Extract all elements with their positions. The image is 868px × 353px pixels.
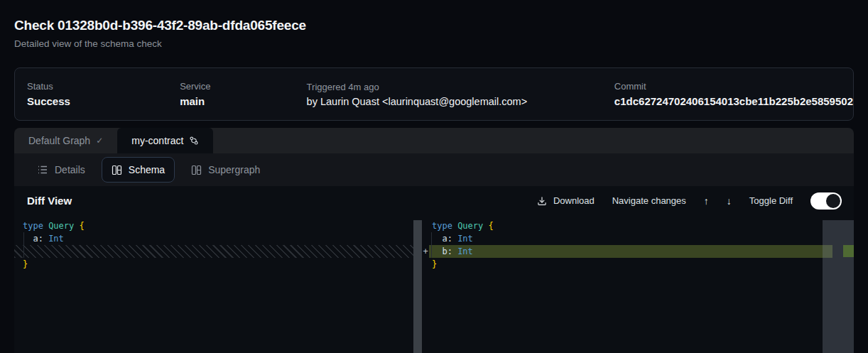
- summary-status: Status Success: [27, 81, 180, 107]
- left-pane-scrollbar[interactable]: [413, 220, 422, 353]
- code-line: a: Int: [23, 232, 64, 245]
- commit-label: Commit: [614, 81, 853, 92]
- right-pane-scrollbar[interactable]: [823, 220, 854, 353]
- download-label: Download: [553, 195, 595, 206]
- columns-icon: [191, 165, 202, 175]
- git-compare-icon: [189, 136, 199, 146]
- tab-details-label: Details: [55, 164, 85, 175]
- toggle-diff-switch[interactable]: [810, 192, 842, 210]
- code-line-added: b: Int: [432, 245, 473, 258]
- tab-my-contract-label: my-contract: [131, 135, 183, 146]
- service-label: Service: [180, 81, 306, 92]
- tab-supergraph-label: Supergraph: [208, 164, 260, 175]
- service-value: main: [180, 95, 306, 107]
- added-line-highlight: [429, 245, 832, 258]
- view-tab-bar: Details Schema Supergraph: [14, 153, 854, 186]
- code-line: a: Int: [432, 232, 473, 245]
- overview-ruler-addition-marker: [843, 245, 854, 257]
- toggle-diff-label: Toggle Diff: [749, 195, 793, 206]
- previous-change-button[interactable]: ↑: [704, 196, 709, 206]
- schema-diff-editor[interactable]: type Query { a: Int } + type Query { a: …: [14, 215, 854, 353]
- tab-default-graph-label: Default Graph: [28, 135, 90, 146]
- tab-details[interactable]: Details: [27, 157, 95, 183]
- next-change-button[interactable]: ↓: [727, 196, 732, 206]
- arrow-up-icon: ↑: [704, 195, 709, 207]
- switch-knob: [826, 194, 840, 208]
- code-line: }: [432, 258, 437, 271]
- download-button[interactable]: Download: [537, 195, 595, 206]
- diff-controls: Download Navigate changes ↑ ↓ Toggle Dif…: [537, 192, 842, 210]
- download-icon: [537, 196, 547, 206]
- status-value: Success: [27, 95, 180, 107]
- summary-commit: Commit c1dc62724702406154013cbe11b225b2e…: [614, 81, 853, 107]
- code-line: type Query {: [432, 219, 494, 232]
- page-subtitle: Detailed view of the schema check: [14, 38, 306, 49]
- page-title: Check 01328b0d-b396-43f2-89ab-dfda065fee…: [14, 18, 306, 33]
- page-header: Check 01328b0d-b396-43f2-89ab-dfda065fee…: [14, 18, 306, 49]
- tab-schema-label: Schema: [129, 164, 165, 175]
- check-detail-panel: Default Graph ✓ my-contract: [14, 128, 854, 353]
- check-icon: ✓: [96, 136, 103, 146]
- tab-schema[interactable]: Schema: [102, 157, 175, 183]
- navigate-changes-label: Navigate changes: [612, 195, 686, 206]
- summary-triggered: Triggered 4m ago by Laurin Quast <laurin…: [307, 82, 614, 107]
- code-line: type Query {: [23, 219, 85, 232]
- check-summary-card: Status Success Service main Triggered 4m…: [14, 67, 854, 121]
- tab-default-graph[interactable]: Default Graph ✓: [14, 128, 117, 153]
- triggered-label: Triggered 4m ago: [307, 82, 614, 92]
- summary-service: Service main: [180, 81, 306, 107]
- list-icon: [37, 164, 48, 175]
- columns-icon: [112, 165, 122, 175]
- tab-my-contract[interactable]: my-contract: [117, 128, 213, 153]
- diff-toolbar: Diff View Download Navigate changes ↑ ↓ …: [14, 186, 854, 215]
- tab-supergraph[interactable]: Supergraph: [181, 157, 270, 183]
- status-label: Status: [27, 81, 180, 92]
- diff-empty-placeholder: [14, 245, 422, 258]
- arrow-down-icon: ↓: [727, 195, 732, 207]
- triggered-value: by Laurin Quast <laurinquast@googlemail.…: [307, 96, 614, 107]
- graph-tab-bar: Default Graph ✓ my-contract: [14, 128, 854, 153]
- code-line: }: [23, 258, 28, 271]
- commit-value: c1dc62724702406154013cbe11b225b2e5859502: [614, 95, 853, 107]
- diff-view-title: Diff View: [27, 195, 72, 207]
